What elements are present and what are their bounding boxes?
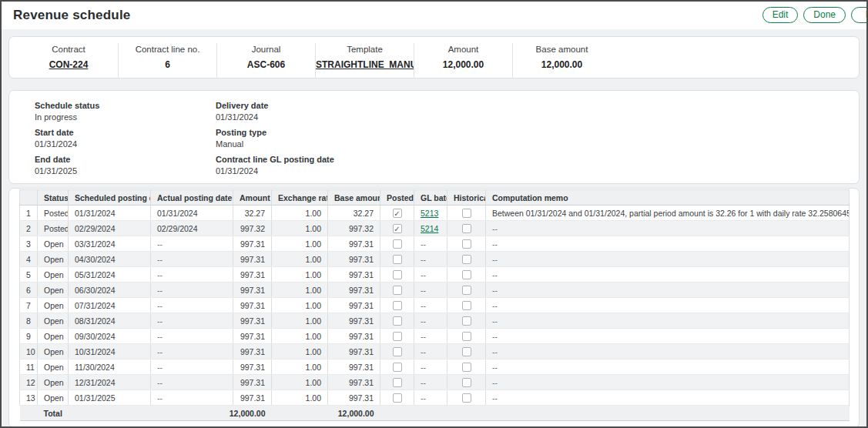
posted-checkbox[interactable]	[393, 301, 402, 310]
scheduled-posting-date-cell: 06/30/2024	[69, 283, 151, 298]
detail-field: Contract line GL posting date01/31/2024	[216, 154, 334, 176]
summary-field-value: 12,000.00	[414, 59, 512, 70]
posted-checkbox[interactable]: ✓	[393, 224, 402, 233]
detail-field-label: Contract line GL posting date	[216, 154, 334, 166]
total-amount: 12,000.00	[69, 406, 272, 421]
posted-checkbox[interactable]: ✓	[393, 209, 402, 218]
status-cell: Posted	[38, 221, 69, 236]
total-base-amount: 12,000.00	[328, 406, 380, 421]
detail-field-label: End date	[35, 154, 216, 166]
base-amount-cell: 32.27	[328, 206, 380, 221]
historical-cell	[447, 236, 486, 252]
gl-batch-cell: --	[414, 267, 447, 283]
row-number-cell: 13	[20, 390, 38, 406]
revenue-schedule-window: Revenue schedule Edit Done H ContractCON…	[0, 0, 868, 428]
gl-batch-link[interactable]: 5213	[421, 209, 438, 218]
done-button[interactable]: Done	[803, 7, 846, 23]
base-amount-cell: 997.31	[328, 298, 380, 313]
summary-field-link[interactable]: STRAIGHTLINE_MANUAL	[316, 59, 414, 70]
computation-memo-cell: --	[486, 298, 850, 313]
historical-checkbox[interactable]	[462, 270, 471, 279]
historical-checkbox[interactable]	[462, 255, 471, 264]
posted-cell	[380, 375, 414, 390]
detail-field: Delivery date01/31/2024	[216, 100, 334, 122]
row-number-cell: 6	[20, 283, 38, 298]
gl-batch-cell: --	[414, 252, 447, 267]
amount-cell: 997.31	[233, 252, 272, 267]
posted-checkbox[interactable]	[393, 347, 402, 356]
posted-checkbox[interactable]	[393, 393, 402, 403]
posted-checkbox[interactable]	[393, 255, 402, 264]
posted-checkbox[interactable]	[393, 239, 402, 249]
detail-field: End date01/31/2025	[35, 154, 216, 176]
historical-checkbox[interactable]	[462, 224, 471, 233]
base-amount-cell: 997.31	[328, 313, 380, 329]
scheduled-posting-date-cell: 01/31/2025	[69, 390, 151, 406]
header-amount: Amount	[233, 190, 272, 206]
historical-cell	[447, 283, 486, 298]
posted-checkbox[interactable]	[393, 332, 402, 341]
actual-posting-date-cell: --	[151, 283, 233, 298]
table-footer: Total12,000.0012,000.00	[20, 406, 850, 421]
historical-checkbox[interactable]	[462, 209, 471, 218]
edit-button[interactable]: Edit	[762, 7, 799, 23]
schedule-row: 11Open11/30/2024--997.311.00997.31----	[20, 359, 850, 375]
gl-batch-cell: --	[414, 390, 447, 406]
historical-checkbox[interactable]	[462, 378, 471, 387]
historical-checkbox[interactable]	[462, 347, 471, 356]
historical-checkbox[interactable]	[462, 363, 471, 372]
historical-checkbox[interactable]	[462, 239, 471, 249]
exchange-rate-cell: 1.00	[272, 206, 328, 221]
row-number-cell: 12	[20, 375, 38, 390]
row-number-cell: 8	[20, 313, 38, 329]
scheduled-posting-date-cell: 02/29/2024	[69, 221, 151, 236]
posted-checkbox[interactable]	[393, 316, 402, 326]
gl-batch-cell: --	[414, 359, 447, 375]
details-left-column: Schedule statusIn progressStart date01/3…	[35, 100, 216, 183]
gl-batch-cell: --	[414, 283, 447, 298]
exchange-rate-cell: 1.00	[272, 236, 328, 252]
base-amount-cell: 997.31	[328, 329, 380, 344]
actual-posting-date-cell: 02/29/2024	[151, 221, 233, 236]
summary-field-link[interactable]: CON-224	[19, 59, 118, 70]
historical-checkbox[interactable]	[462, 316, 471, 326]
cut-off-button[interactable]: H	[851, 7, 868, 23]
gl-batch-link[interactable]: 5214	[421, 224, 438, 233]
computation-memo-cell: --	[486, 390, 850, 406]
historical-cell	[447, 390, 486, 406]
summary-field: JournalASC-606	[216, 43, 315, 78]
posted-cell	[380, 344, 414, 359]
exchange-rate-cell: 1.00	[272, 313, 328, 329]
header-posted: Posted	[380, 190, 414, 206]
scheduled-posting-date-cell: 09/30/2024	[69, 329, 151, 344]
posted-checkbox[interactable]	[393, 270, 402, 279]
summary-field: Amount12,000.00	[414, 43, 512, 78]
posted-cell: ✓	[380, 221, 414, 236]
row-number-cell: 10	[20, 344, 38, 359]
amount-cell: 997.31	[233, 236, 272, 252]
status-cell: Open	[38, 375, 69, 390]
actual-posting-date-cell: --	[151, 390, 233, 406]
historical-checkbox[interactable]	[462, 301, 471, 310]
historical-cell	[447, 298, 486, 313]
historical-checkbox[interactable]	[462, 393, 471, 403]
detail-field: Posting typeManual	[216, 127, 334, 149]
gl-batch-cell: --	[414, 375, 447, 390]
exchange-rate-cell: 1.00	[272, 283, 328, 298]
posted-checkbox[interactable]	[393, 286, 402, 295]
schedule-row: 13Open01/31/2025--997.311.00997.31----	[20, 390, 850, 406]
schedule-row: 10Open10/31/2024--997.311.00997.31----	[20, 344, 850, 359]
computation-memo-cell: --	[486, 359, 850, 375]
summary-field-label: Journal	[217, 45, 315, 54]
gl-batch-cell: 5214	[414, 221, 447, 236]
status-cell: Open	[38, 252, 69, 267]
historical-checkbox[interactable]	[462, 332, 471, 341]
base-amount-cell: 997.31	[328, 236, 380, 252]
posted-cell	[380, 359, 414, 375]
historical-checkbox[interactable]	[462, 286, 471, 295]
base-amount-cell: 997.31	[328, 375, 380, 390]
actual-posting-date-cell: --	[151, 344, 233, 359]
posted-checkbox[interactable]	[393, 378, 402, 387]
posted-checkbox[interactable]	[393, 363, 402, 372]
detail-field: Schedule statusIn progress	[35, 100, 216, 122]
